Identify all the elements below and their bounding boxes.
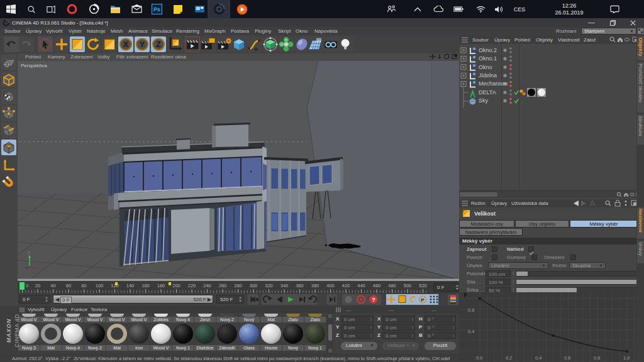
svg-text:Z: Z: [156, 40, 161, 49]
svg-text:340: 340: [280, 283, 289, 288]
svg-text:280: 280: [234, 283, 242, 288]
svg-text:0.4: 0.4: [535, 355, 541, 361]
svg-text:Y: Y: [140, 40, 145, 49]
svg-text:Ps: Ps: [153, 6, 160, 13]
svg-text:480: 480: [388, 283, 396, 288]
svg-text:140: 140: [126, 283, 135, 288]
svg-text:0.8: 0.8: [594, 355, 600, 361]
svg-text:X: X: [123, 40, 129, 49]
svg-text:180: 180: [157, 283, 165, 288]
svg-text:460: 460: [373, 283, 381, 288]
svg-text:0.8: 0.8: [468, 307, 474, 313]
svg-text:300: 300: [250, 283, 258, 288]
svg-text:500: 500: [404, 283, 412, 288]
svg-text:0.6: 0.6: [564, 355, 570, 361]
svg-text:0 F: 0 F: [437, 285, 445, 290]
svg-text:20: 20: [35, 283, 40, 288]
svg-text:0.0: 0.0: [476, 355, 482, 361]
svg-text:0: 0: [26, 283, 28, 288]
svg-text:200: 200: [172, 283, 180, 288]
svg-text:0.2: 0.2: [506, 355, 512, 361]
svg-text:160: 160: [142, 283, 150, 288]
svg-text:440: 440: [357, 283, 365, 288]
svg-text:220: 220: [188, 283, 196, 288]
svg-text:80: 80: [81, 283, 86, 288]
svg-text:1.0: 1.0: [623, 355, 630, 361]
svg-text:360: 360: [296, 283, 304, 288]
svg-text:Perspektiva: Perspektiva: [21, 63, 47, 69]
svg-text:0.4: 0.4: [468, 329, 474, 334]
svg-text:520: 520: [419, 283, 427, 288]
svg-text:400: 400: [326, 283, 335, 288]
svg-text:P: P: [421, 297, 425, 303]
svg-text:260: 260: [219, 283, 227, 288]
svg-text:240: 240: [203, 283, 211, 288]
svg-text:420: 420: [342, 283, 350, 288]
svg-text:?: ?: [372, 297, 375, 303]
svg-text:40: 40: [50, 283, 55, 288]
svg-text:320: 320: [265, 283, 273, 288]
svg-text:60: 60: [66, 283, 71, 288]
svg-text:Y: Y: [28, 251, 30, 255]
svg-text:380: 380: [311, 283, 319, 288]
svg-text:100: 100: [96, 283, 104, 288]
